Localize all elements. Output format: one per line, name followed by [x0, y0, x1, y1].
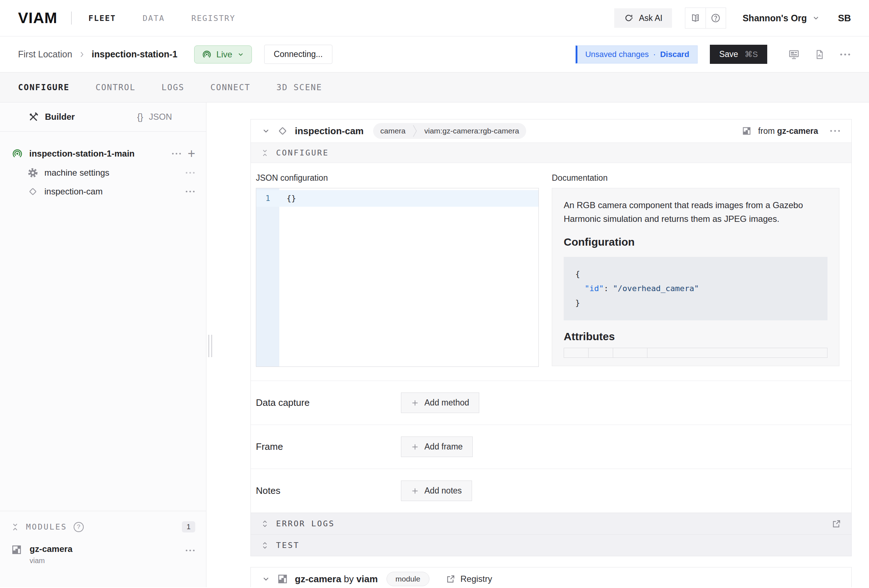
tab-control[interactable]: CONTROL: [96, 83, 136, 92]
machine-status-label: Live: [217, 49, 233, 59]
editor-code-content[interactable]: {}: [286, 190, 296, 207]
sidebar-resize-handle[interactable]: [208, 335, 212, 357]
inspection-cam-menu-icon[interactable]: [185, 190, 195, 193]
registry-link[interactable]: Registry: [446, 574, 492, 584]
configure-section-label: CONFIGURE: [276, 148, 329, 157]
add-component-icon[interactable]: +: [188, 150, 195, 157]
collapse-icon[interactable]: [261, 149, 269, 157]
module-icon: [741, 126, 752, 136]
monitor-icon[interactable]: [788, 49, 800, 60]
breadcrumb-location[interactable]: First Location: [18, 49, 72, 59]
documentation-book-icon[interactable]: [685, 8, 706, 28]
component-diamond-icon: [27, 186, 38, 197]
tree-item-main-part[interactable]: inspection-station-1-main +: [10, 144, 197, 163]
component-menu-icon[interactable]: [830, 129, 841, 132]
save-button[interactable]: Save ⌘S: [710, 45, 767, 64]
nav-divider: [71, 12, 72, 25]
main-content: inspection-cam camera viam:gz-camera:rgb…: [206, 102, 869, 587]
module-menu-icon[interactable]: [185, 549, 195, 552]
machine-bar-icons: [788, 49, 851, 60]
breadcrumb-machine-name: inspection-station-1: [92, 49, 178, 59]
nav-tab-fleet[interactable]: FLEET: [88, 14, 116, 23]
json-config-label: JSON configuration: [256, 173, 539, 183]
error-logs-bar[interactable]: ERROR LOGS: [251, 512, 851, 534]
module-tag-pill: module: [387, 572, 429, 586]
unsaved-changes-banner[interactable]: Unsaved changes · Discard: [575, 46, 698, 64]
add-notes-button[interactable]: Add notes: [401, 480, 472, 501]
unsaved-separator: ·: [653, 50, 656, 59]
machine-status-dropdown[interactable]: Live: [194, 46, 252, 64]
json-mode-toggle[interactable]: {} JSON: [103, 102, 206, 131]
code-line-open: {: [575, 267, 816, 281]
nav-tab-registry[interactable]: REGISTRY: [191, 14, 235, 23]
tab-logs[interactable]: LOGS: [162, 83, 184, 92]
machine-page-tabs: CONFIGURE CONTROL LOGS CONNECT 3D SCENE: [0, 72, 869, 102]
modules-count-badge: 1: [182, 521, 195, 532]
org-switcher[interactable]: Shannon's Org: [743, 13, 820, 24]
report-document-icon[interactable]: [814, 49, 825, 60]
code-value: "/overhead_camera": [613, 284, 698, 293]
config-sidebar: Builder {} JSON inspection: [0, 102, 206, 587]
module-name: gz-camera: [30, 544, 73, 554]
notes-label: Notes: [256, 485, 401, 496]
breadcrumb-chevron-icon: [78, 50, 86, 58]
module-icon: [277, 573, 288, 585]
user-avatar[interactable]: SB: [838, 13, 851, 24]
add-frame-button[interactable]: Add frame: [401, 437, 473, 457]
module-card-owner: viam: [357, 573, 378, 584]
broadcast-icon: [202, 49, 212, 59]
test-bar[interactable]: TEST: [251, 534, 851, 556]
tab-3d-scene[interactable]: 3D SCENE: [276, 83, 322, 92]
nav-tab-data[interactable]: DATA: [142, 14, 165, 23]
help-icon[interactable]: [706, 8, 726, 28]
test-label: TEST: [276, 541, 300, 550]
unsaved-changes-label: Unsaved changes: [585, 50, 649, 59]
code-key: "id": [584, 284, 604, 293]
machine-bar-actions: Unsaved changes · Discard Save ⌘S: [575, 45, 851, 64]
connecting-button[interactable]: Connecting...: [264, 45, 333, 64]
frame-label: Frame: [256, 441, 401, 452]
builder-json-toggle: Builder {} JSON: [0, 102, 206, 132]
component-model: viam:gz-camera:rgb-camera: [417, 127, 526, 135]
editor-gutter: [256, 188, 279, 366]
documentation-code-block: { "id":"/overhead_camera" }: [564, 257, 827, 320]
error-logs-label: ERROR LOGS: [276, 519, 335, 528]
configure-section-bar[interactable]: CONFIGURE: [251, 142, 851, 163]
top-nav: VIAM FLEET DATA REGISTRY Ask AI: [0, 0, 869, 36]
json-config-editor[interactable]: 1 {}: [256, 188, 539, 367]
chevron-down-icon: [812, 14, 820, 22]
discard-button[interactable]: Discard: [660, 50, 689, 59]
tab-connect[interactable]: CONNECT: [211, 83, 251, 92]
plus-icon: [411, 487, 419, 495]
machine-part-tree: inspection-station-1-main +: [0, 132, 206, 201]
documentation-column: Documentation An RGB camera component th…: [552, 173, 839, 367]
collapse-icon[interactable]: [11, 523, 19, 531]
editor-line-number: 1: [256, 190, 279, 207]
collapse-chevron-icon[interactable]: [262, 575, 270, 583]
tree-item-inspection-cam[interactable]: inspection-cam: [10, 182, 197, 201]
add-method-button[interactable]: Add method: [401, 392, 479, 413]
tree-item-machine-settings[interactable]: machine settings: [10, 163, 197, 182]
from-module-name: gz-camera: [777, 126, 818, 136]
configure-body: JSON configuration 1 {} Documentation An…: [251, 163, 851, 381]
machine-settings-menu-icon[interactable]: [185, 171, 195, 174]
primary-nav: FLEET DATA REGISTRY: [88, 14, 235, 23]
viam-app: VIAM FLEET DATA REGISTRY Ask AI: [0, 0, 869, 588]
builder-mode-toggle[interactable]: Builder: [0, 102, 103, 131]
modules-help-icon[interactable]: ?: [74, 522, 84, 532]
editor-active-line: [256, 190, 538, 207]
collapse-chevron-icon[interactable]: [262, 127, 270, 135]
open-external-icon[interactable]: [832, 519, 841, 529]
modules-label: MODULES: [26, 522, 67, 531]
main-part-menu-icon[interactable]: [171, 152, 181, 155]
ask-ai-button[interactable]: Ask AI: [614, 8, 672, 28]
broadcast-icon: [12, 148, 23, 160]
modules-header: MODULES ? 1: [11, 521, 195, 532]
tab-configure[interactable]: CONFIGURE: [18, 83, 70, 92]
viam-logo[interactable]: VIAM: [18, 9, 57, 27]
json-config-column: JSON configuration 1 {}: [256, 173, 539, 367]
module-list-item[interactable]: gz-camera viam: [11, 544, 195, 565]
open-external-icon: [446, 574, 455, 584]
more-options-icon[interactable]: [839, 53, 851, 56]
component-name: inspection-cam: [295, 126, 364, 137]
